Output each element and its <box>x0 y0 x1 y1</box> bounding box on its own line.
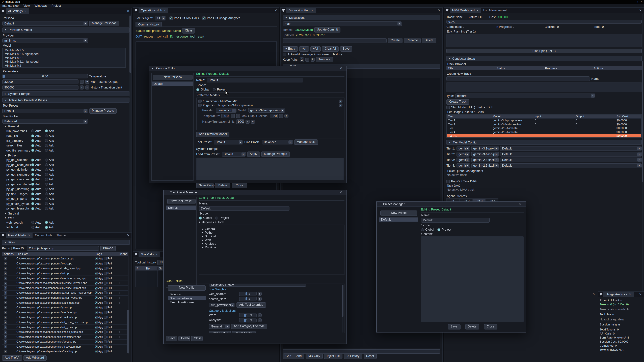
ask-radio[interactable] <box>45 163 48 166</box>
remove-file-button[interactable]: x <box>4 286 7 290</box>
category-row[interactable]: ▶Surgical <box>202 235 342 238</box>
new-preset-button[interactable]: New Preset <box>380 211 417 216</box>
panel-close-icon[interactable]: ✕ <box>125 9 132 13</box>
discussion-name-input[interactable] <box>283 38 387 43</box>
entry-action-button[interactable]: Clear All <box>322 46 338 52</box>
agg-checkbox[interactable] <box>94 292 98 295</box>
bias-profile-select[interactable]: Balanced▼ <box>2 119 88 124</box>
auto-radio[interactable] <box>31 158 34 161</box>
auto-radio[interactable] <box>31 188 34 191</box>
agg-checkbox[interactable] <box>94 296 98 299</box>
tab-close-icon[interactable]: ✕ <box>629 293 631 296</box>
cache-indicator-icon[interactable]: ○ <box>119 311 120 314</box>
remove-file-button[interactable]: x <box>4 345 7 349</box>
ask-radio[interactable] <box>45 139 48 142</box>
bias-profile-item[interactable]: Execution-Focused <box>168 300 206 304</box>
tab-close-icon[interactable]: ✕ <box>24 9 26 12</box>
model-list-item[interactable]: MiniMax-M2.1 <box>3 56 126 60</box>
popout-tool-calls-checkbox[interactable] <box>169 16 172 20</box>
manage-prompts-button[interactable]: Manage Prompts <box>261 151 290 157</box>
category-override-select[interactable]: General▼ <box>209 324 230 329</box>
model-move-button[interactable]: + <box>198 99 202 103</box>
auto-radio[interactable] <box>31 173 34 176</box>
remove-file-button[interactable]: x <box>4 330 7 334</box>
auto-radio[interactable] <box>31 139 34 142</box>
clear-status-button[interactable]: Clear <box>182 28 195 33</box>
rename-discussion-button[interactable]: Rename <box>404 38 420 43</box>
composer-button[interactable]: Reset <box>364 354 377 359</box>
panel-menu-icon[interactable] <box>598 292 604 297</box>
system-prompts-header[interactable]: ▶System Prompts <box>2 91 130 96</box>
tab-close-icon[interactable]: ✕ <box>28 234 30 237</box>
composer-button[interactable]: MD Only <box>306 354 323 359</box>
cache-indicator-icon[interactable]: ○ <box>119 326 120 329</box>
history-increment-button[interactable]: + <box>251 120 255 124</box>
full-checkbox[interactable] <box>104 335 107 338</box>
full-checkbox[interactable] <box>104 301 107 304</box>
persona-list-item[interactable]: Default <box>152 81 193 86</box>
max-output-decrement-button[interactable]: - <box>279 114 283 118</box>
manage-personas-button[interactable]: Manage Personas <box>89 21 119 26</box>
keep-pairs-input[interactable]: 2 <box>300 57 304 62</box>
panel-menu-icon[interactable] <box>0 8 6 14</box>
slider-handle[interactable] <box>244 319 246 322</box>
full-checkbox[interactable] <box>104 331 107 334</box>
auto-radio[interactable] <box>31 192 34 195</box>
new-profile-button[interactable]: New Profile <box>168 285 206 291</box>
auto-radio[interactable] <box>31 178 34 181</box>
ask-radio[interactable] <box>45 226 48 229</box>
composer-button[interactable]: Gen + Send <box>283 354 304 359</box>
agg-checkbox[interactable] <box>94 316 98 319</box>
history-limit-decrement-button[interactable]: - <box>80 86 84 90</box>
panel-menu-icon[interactable] <box>133 7 138 13</box>
remove-file-button[interactable]: x <box>4 267 7 270</box>
cache-indicator-icon[interactable]: ○ <box>119 335 120 338</box>
persona-name-input[interactable]: Default <box>206 78 303 82</box>
multiplier-slider[interactable]: 1.5x <box>239 313 256 318</box>
tier-provider-select[interactable]: gemini▼ <box>456 152 470 157</box>
cache-indicator-icon[interactable]: ○ <box>119 321 120 324</box>
close-icon[interactable]: ✕ <box>592 292 595 296</box>
ask-radio[interactable] <box>45 173 48 176</box>
remove-file-button[interactable]: x <box>4 296 7 300</box>
remove-file-button[interactable]: x <box>4 321 7 324</box>
ask-radio[interactable] <box>45 134 48 137</box>
popout-usage-checkbox[interactable] <box>202 16 206 20</box>
close-persona-editor-button[interactable]: Close <box>232 183 247 188</box>
ask-radio[interactable] <box>45 183 48 186</box>
agg-checkbox[interactable] <box>94 267 98 270</box>
multiplier-slider[interactable]: 1.3x <box>239 318 256 323</box>
tool-group-surgical[interactable]: ▼Surgical <box>4 212 130 215</box>
menu-item[interactable]: Windows <box>34 4 47 7</box>
preset-content-textarea[interactable] <box>421 236 524 322</box>
max-output-input[interactable]: 32000 <box>270 114 278 118</box>
load-preset-select[interactable]: Default▼ <box>222 152 246 156</box>
ask-radio[interactable] <box>45 144 48 147</box>
weight-slider[interactable]: 4 <box>239 292 256 296</box>
ask-radio[interactable] <box>45 178 48 181</box>
tab-usage-analytics[interactable]: Usage Analytics✕ <box>604 292 634 297</box>
remove-file-button[interactable]: x <box>4 257 7 260</box>
window-close-icon[interactable]: ✕ <box>517 202 524 206</box>
track-description-textarea[interactable] <box>446 82 642 92</box>
discussions-header[interactable]: ▼Discussions <box>283 15 440 20</box>
tool-group-python[interactable]: ▼Python <box>4 154 130 157</box>
auto-radio[interactable] <box>31 183 34 186</box>
panel-close-icon[interactable]: ✕ <box>637 293 644 296</box>
add-preferred-model-button[interactable]: Add Preferred Model <box>196 132 230 137</box>
tab-log-management[interactable]: Log Management <box>481 7 509 13</box>
tier-model-config-header[interactable]: ▼Tier Model Config <box>446 140 642 145</box>
tab-theme[interactable]: Theme <box>54 232 68 238</box>
plan-epic-button[interactable]: Plan Epic (Tier 1) <box>446 49 642 53</box>
full-checkbox[interactable] <box>104 345 107 348</box>
auto-radio[interactable] <box>31 163 34 166</box>
window-close-icon[interactable]: ✕ <box>338 191 344 194</box>
tab-operations-hub[interactable]: Operations Hub✕ <box>138 7 168 13</box>
full-checkbox[interactable] <box>104 340 107 344</box>
model-move-button[interactable]: - <box>198 104 202 107</box>
composer-input[interactable] <box>283 349 440 354</box>
tier-model-select[interactable]: gemini-2.5-flash-lite▼ <box>471 163 499 168</box>
cache-indicator-icon[interactable]: ○ <box>119 306 120 309</box>
maximize-icon[interactable]: ▢ <box>636 0 638 3</box>
model-list-item[interactable]: MiniMax-M2.5-highspeed <box>3 52 126 56</box>
